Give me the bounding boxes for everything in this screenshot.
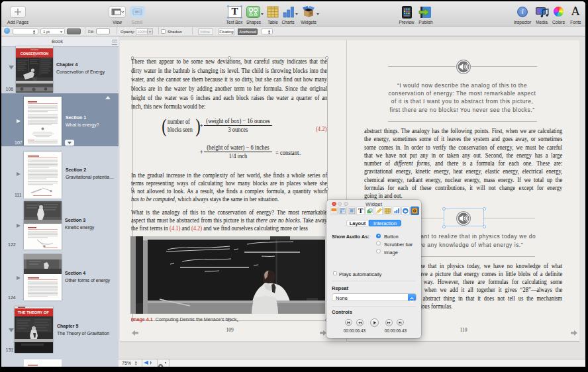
svg-text:THE THEORY OF: THE THEORY OF [18,310,49,314]
svg-text:CONSERVATION: CONSERVATION [21,52,49,56]
